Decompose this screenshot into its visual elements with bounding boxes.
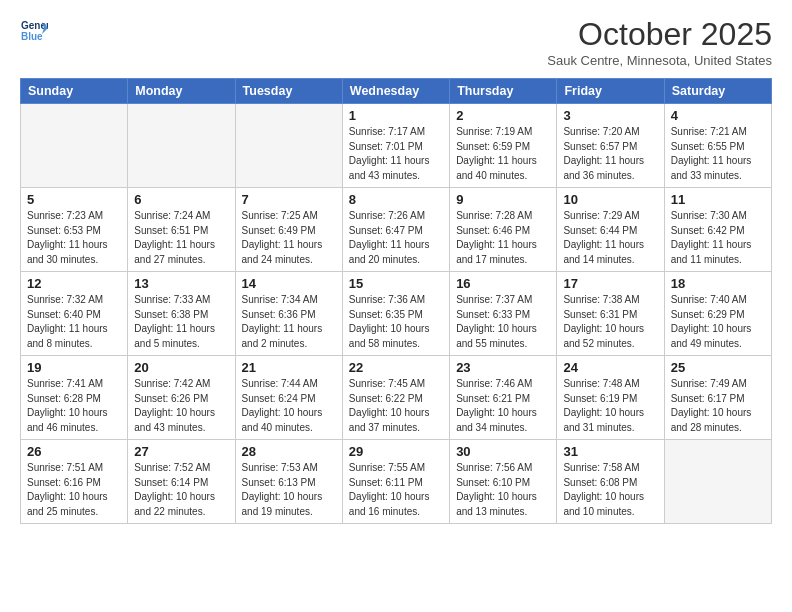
day-info: Sunrise: 7:23 AM Sunset: 6:53 PM Dayligh… xyxy=(27,209,121,267)
day-number: 17 xyxy=(563,276,657,291)
day-info: Sunrise: 7:51 AM Sunset: 6:16 PM Dayligh… xyxy=(27,461,121,519)
day-info: Sunrise: 7:25 AM Sunset: 6:49 PM Dayligh… xyxy=(242,209,336,267)
calendar-cell xyxy=(664,440,771,524)
day-number: 31 xyxy=(563,444,657,459)
day-number: 20 xyxy=(134,360,228,375)
weekday-header-saturday: Saturday xyxy=(664,79,771,104)
week-row-3: 19Sunrise: 7:41 AM Sunset: 6:28 PM Dayli… xyxy=(21,356,772,440)
day-number: 18 xyxy=(671,276,765,291)
calendar-cell: 17Sunrise: 7:38 AM Sunset: 6:31 PM Dayli… xyxy=(557,272,664,356)
logo-icon: General Blue xyxy=(20,16,48,44)
day-number: 15 xyxy=(349,276,443,291)
day-number: 25 xyxy=(671,360,765,375)
day-info: Sunrise: 7:40 AM Sunset: 6:29 PM Dayligh… xyxy=(671,293,765,351)
day-number: 16 xyxy=(456,276,550,291)
header: General Blue October 2025 Sauk Centre, M… xyxy=(20,16,772,68)
calendar-cell: 3Sunrise: 7:20 AM Sunset: 6:57 PM Daylig… xyxy=(557,104,664,188)
day-info: Sunrise: 7:24 AM Sunset: 6:51 PM Dayligh… xyxy=(134,209,228,267)
day-number: 10 xyxy=(563,192,657,207)
day-info: Sunrise: 7:42 AM Sunset: 6:26 PM Dayligh… xyxy=(134,377,228,435)
day-number: 3 xyxy=(563,108,657,123)
day-info: Sunrise: 7:55 AM Sunset: 6:11 PM Dayligh… xyxy=(349,461,443,519)
day-number: 14 xyxy=(242,276,336,291)
day-number: 13 xyxy=(134,276,228,291)
calendar-cell: 29Sunrise: 7:55 AM Sunset: 6:11 PM Dayli… xyxy=(342,440,449,524)
day-info: Sunrise: 7:36 AM Sunset: 6:35 PM Dayligh… xyxy=(349,293,443,351)
weekday-header-thursday: Thursday xyxy=(450,79,557,104)
calendar-cell: 8Sunrise: 7:26 AM Sunset: 6:47 PM Daylig… xyxy=(342,188,449,272)
calendar-cell: 19Sunrise: 7:41 AM Sunset: 6:28 PM Dayli… xyxy=(21,356,128,440)
calendar-cell: 31Sunrise: 7:58 AM Sunset: 6:08 PM Dayli… xyxy=(557,440,664,524)
calendar-cell: 24Sunrise: 7:48 AM Sunset: 6:19 PM Dayli… xyxy=(557,356,664,440)
calendar-cell: 1Sunrise: 7:17 AM Sunset: 7:01 PM Daylig… xyxy=(342,104,449,188)
calendar-cell: 16Sunrise: 7:37 AM Sunset: 6:33 PM Dayli… xyxy=(450,272,557,356)
calendar-cell: 30Sunrise: 7:56 AM Sunset: 6:10 PM Dayli… xyxy=(450,440,557,524)
calendar-cell: 22Sunrise: 7:45 AM Sunset: 6:22 PM Dayli… xyxy=(342,356,449,440)
day-number: 7 xyxy=(242,192,336,207)
day-number: 27 xyxy=(134,444,228,459)
calendar-cell: 26Sunrise: 7:51 AM Sunset: 6:16 PM Dayli… xyxy=(21,440,128,524)
day-info: Sunrise: 7:26 AM Sunset: 6:47 PM Dayligh… xyxy=(349,209,443,267)
day-info: Sunrise: 7:58 AM Sunset: 6:08 PM Dayligh… xyxy=(563,461,657,519)
day-info: Sunrise: 7:30 AM Sunset: 6:42 PM Dayligh… xyxy=(671,209,765,267)
day-info: Sunrise: 7:21 AM Sunset: 6:55 PM Dayligh… xyxy=(671,125,765,183)
day-info: Sunrise: 7:20 AM Sunset: 6:57 PM Dayligh… xyxy=(563,125,657,183)
week-row-4: 26Sunrise: 7:51 AM Sunset: 6:16 PM Dayli… xyxy=(21,440,772,524)
day-number: 26 xyxy=(27,444,121,459)
day-info: Sunrise: 7:34 AM Sunset: 6:36 PM Dayligh… xyxy=(242,293,336,351)
weekday-header-wednesday: Wednesday xyxy=(342,79,449,104)
day-info: Sunrise: 7:19 AM Sunset: 6:59 PM Dayligh… xyxy=(456,125,550,183)
day-info: Sunrise: 7:52 AM Sunset: 6:14 PM Dayligh… xyxy=(134,461,228,519)
day-info: Sunrise: 7:56 AM Sunset: 6:10 PM Dayligh… xyxy=(456,461,550,519)
day-number: 21 xyxy=(242,360,336,375)
day-info: Sunrise: 7:49 AM Sunset: 6:17 PM Dayligh… xyxy=(671,377,765,435)
day-number: 5 xyxy=(27,192,121,207)
calendar-cell: 6Sunrise: 7:24 AM Sunset: 6:51 PM Daylig… xyxy=(128,188,235,272)
day-number: 24 xyxy=(563,360,657,375)
calendar-cell: 25Sunrise: 7:49 AM Sunset: 6:17 PM Dayli… xyxy=(664,356,771,440)
day-number: 6 xyxy=(134,192,228,207)
day-info: Sunrise: 7:45 AM Sunset: 6:22 PM Dayligh… xyxy=(349,377,443,435)
calendar-cell xyxy=(128,104,235,188)
weekday-header-friday: Friday xyxy=(557,79,664,104)
calendar-cell: 2Sunrise: 7:19 AM Sunset: 6:59 PM Daylig… xyxy=(450,104,557,188)
day-number: 2 xyxy=(456,108,550,123)
weekday-header-row: SundayMondayTuesdayWednesdayThursdayFrid… xyxy=(21,79,772,104)
calendar-cell: 20Sunrise: 7:42 AM Sunset: 6:26 PM Dayli… xyxy=(128,356,235,440)
calendar-cell: 10Sunrise: 7:29 AM Sunset: 6:44 PM Dayli… xyxy=(557,188,664,272)
calendar-cell: 12Sunrise: 7:32 AM Sunset: 6:40 PM Dayli… xyxy=(21,272,128,356)
calendar-page: General Blue October 2025 Sauk Centre, M… xyxy=(0,0,792,612)
day-info: Sunrise: 7:17 AM Sunset: 7:01 PM Dayligh… xyxy=(349,125,443,183)
day-number: 30 xyxy=(456,444,550,459)
day-number: 9 xyxy=(456,192,550,207)
calendar-cell: 11Sunrise: 7:30 AM Sunset: 6:42 PM Dayli… xyxy=(664,188,771,272)
weekday-header-tuesday: Tuesday xyxy=(235,79,342,104)
day-number: 1 xyxy=(349,108,443,123)
calendar-cell: 27Sunrise: 7:52 AM Sunset: 6:14 PM Dayli… xyxy=(128,440,235,524)
day-info: Sunrise: 7:29 AM Sunset: 6:44 PM Dayligh… xyxy=(563,209,657,267)
calendar-cell: 13Sunrise: 7:33 AM Sunset: 6:38 PM Dayli… xyxy=(128,272,235,356)
day-info: Sunrise: 7:48 AM Sunset: 6:19 PM Dayligh… xyxy=(563,377,657,435)
weekday-header-monday: Monday xyxy=(128,79,235,104)
month-title: October 2025 xyxy=(547,16,772,53)
calendar-cell xyxy=(235,104,342,188)
weekday-header-sunday: Sunday xyxy=(21,79,128,104)
day-number: 22 xyxy=(349,360,443,375)
calendar-cell: 28Sunrise: 7:53 AM Sunset: 6:13 PM Dayli… xyxy=(235,440,342,524)
day-number: 28 xyxy=(242,444,336,459)
logo: General Blue xyxy=(20,16,52,44)
day-info: Sunrise: 7:33 AM Sunset: 6:38 PM Dayligh… xyxy=(134,293,228,351)
day-info: Sunrise: 7:46 AM Sunset: 6:21 PM Dayligh… xyxy=(456,377,550,435)
calendar-cell: 15Sunrise: 7:36 AM Sunset: 6:35 PM Dayli… xyxy=(342,272,449,356)
calendar-cell: 18Sunrise: 7:40 AM Sunset: 6:29 PM Dayli… xyxy=(664,272,771,356)
day-info: Sunrise: 7:32 AM Sunset: 6:40 PM Dayligh… xyxy=(27,293,121,351)
day-info: Sunrise: 7:44 AM Sunset: 6:24 PM Dayligh… xyxy=(242,377,336,435)
week-row-1: 5Sunrise: 7:23 AM Sunset: 6:53 PM Daylig… xyxy=(21,188,772,272)
day-number: 29 xyxy=(349,444,443,459)
calendar-cell: 5Sunrise: 7:23 AM Sunset: 6:53 PM Daylig… xyxy=(21,188,128,272)
calendar-cell: 4Sunrise: 7:21 AM Sunset: 6:55 PM Daylig… xyxy=(664,104,771,188)
calendar-cell: 23Sunrise: 7:46 AM Sunset: 6:21 PM Dayli… xyxy=(450,356,557,440)
week-row-0: 1Sunrise: 7:17 AM Sunset: 7:01 PM Daylig… xyxy=(21,104,772,188)
calendar-cell: 14Sunrise: 7:34 AM Sunset: 6:36 PM Dayli… xyxy=(235,272,342,356)
calendar-cell: 21Sunrise: 7:44 AM Sunset: 6:24 PM Dayli… xyxy=(235,356,342,440)
